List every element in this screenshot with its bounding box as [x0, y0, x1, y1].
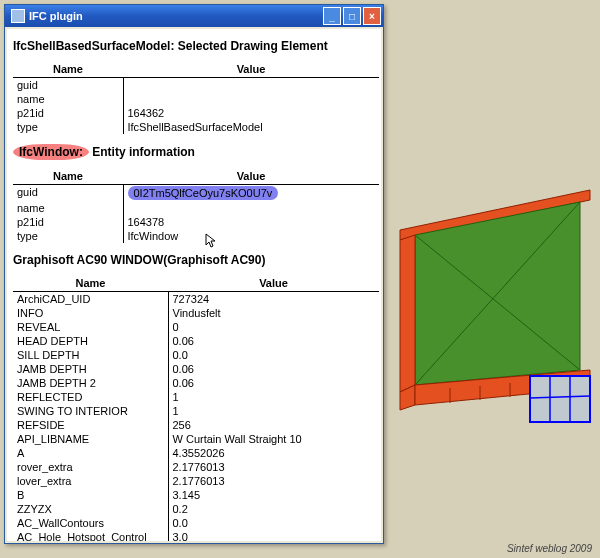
3d-viewport — [380, 130, 600, 450]
cell-value: 164362 — [123, 106, 379, 120]
table-row: rover_extra2.1776013 — [13, 460, 379, 474]
svg-rect-12 — [530, 376, 590, 422]
cell-name: REFLECTED — [13, 390, 168, 404]
cell-name: SILL DEPTH — [13, 348, 168, 362]
section3-heading: Graphisoft AC90 WINDOW(Graphisoft AC90) — [13, 253, 379, 267]
col-header-value: Value — [168, 275, 379, 292]
cell-value: IfcWindow — [123, 229, 379, 243]
cell-value: 3.0 — [168, 530, 379, 541]
cell-name: guid — [13, 185, 123, 202]
minimize-button[interactable]: _ — [323, 7, 341, 25]
cell-name: guid — [13, 78, 123, 93]
cell-value: 1 — [168, 404, 379, 418]
cell-name: HEAD DEPTH — [13, 334, 168, 348]
table-row: REFLECTED1 — [13, 390, 379, 404]
cell-value: 0.0 — [168, 348, 379, 362]
table-row: INFOVindusfelt — [13, 306, 379, 320]
table-row: AC_WallContours0.0 — [13, 516, 379, 530]
cell-name: AC_Hole_Hotspot_Control — [13, 530, 168, 541]
table-row: REVEAL0 — [13, 320, 379, 334]
table-row: guid0I2Tm5QlfCeOyu7sKO0U7v — [13, 185, 379, 202]
cell-value: 0.0 — [168, 516, 379, 530]
cell-name: ZZYZX — [13, 502, 168, 516]
cell-name: B — [13, 488, 168, 502]
ifcwindow-highlight: IfcWindow: — [13, 144, 89, 160]
cell-name: REVEAL — [13, 320, 168, 334]
cell-name: REFSIDE — [13, 418, 168, 432]
table-row: SWING TO INTERIOR1 — [13, 404, 379, 418]
cell-value: 0.06 — [168, 362, 379, 376]
cell-name: ArchiCAD_UID — [13, 292, 168, 307]
cell-value: 0I2Tm5QlfCeOyu7sKO0U7v — [123, 185, 379, 202]
col-header-name: Name — [13, 168, 123, 185]
section1-heading: IfcShellBasedSurfaceModel: Selected Draw… — [13, 39, 379, 53]
section1-table: Name Value guidnamep21id164362typeIfcShe… — [13, 61, 379, 134]
cell-value: 2.1776013 — [168, 474, 379, 488]
table-row: REFSIDE256 — [13, 418, 379, 432]
cell-name: lover_extra — [13, 474, 168, 488]
cell-value: 0.06 — [168, 334, 379, 348]
table-row: name — [13, 92, 379, 106]
cell-value: IfcShellBasedSurfaceModel — [123, 120, 379, 134]
section2-heading: IfcWindow: Entity information — [13, 144, 379, 160]
cell-value — [123, 78, 379, 93]
section2-table: Name Value guid0I2Tm5QlfCeOyu7sKO0U7vnam… — [13, 168, 379, 243]
table-row: B3.145 — [13, 488, 379, 502]
cell-value: 0.2 — [168, 502, 379, 516]
svg-marker-4 — [400, 235, 415, 392]
cell-value: 164378 — [123, 215, 379, 229]
ifc-plugin-window: IFC plugin _ □ × IfcShellBasedSurfaceMod… — [4, 4, 384, 544]
maximize-button[interactable]: □ — [343, 7, 361, 25]
selected-window-highlight — [530, 376, 590, 422]
close-button[interactable]: × — [363, 7, 381, 25]
table-row: lover_extra2.1776013 — [13, 474, 379, 488]
col-header-name: Name — [13, 61, 123, 78]
cell-name: rover_extra — [13, 460, 168, 474]
app-icon — [11, 9, 25, 23]
cell-value: 1 — [168, 390, 379, 404]
table-row: ZZYZX0.2 — [13, 502, 379, 516]
guid-highlight: 0I2Tm5QlfCeOyu7sKO0U7v — [128, 186, 279, 200]
window-title: IFC plugin — [29, 10, 321, 22]
cell-name: A — [13, 446, 168, 460]
table-row: A4.3552026 — [13, 446, 379, 460]
table-row: JAMB DEPTH0.06 — [13, 362, 379, 376]
cell-name: name — [13, 92, 123, 106]
cell-name: API_LIBNAME — [13, 432, 168, 446]
cell-name: AC_WallContours — [13, 516, 168, 530]
cell-name: JAMB DEPTH 2 — [13, 376, 168, 390]
col-header-value: Value — [123, 61, 379, 78]
cell-name: SWING TO INTERIOR — [13, 404, 168, 418]
cell-name: INFO — [13, 306, 168, 320]
cell-name: p21id — [13, 106, 123, 120]
table-row: API_LIBNAMEW Curtain Wall Straight 10 — [13, 432, 379, 446]
cell-name: type — [13, 120, 123, 134]
col-header-value: Value — [123, 168, 379, 185]
table-row: p21id164378 — [13, 215, 379, 229]
cell-name: p21id — [13, 215, 123, 229]
footer-credit: Sintef weblog 2009 — [507, 543, 592, 554]
cell-value: W Curtain Wall Straight 10 — [168, 432, 379, 446]
content-area[interactable]: IfcShellBasedSurfaceModel: Selected Draw… — [7, 29, 381, 541]
cell-value — [123, 201, 379, 215]
cell-value: 0 — [168, 320, 379, 334]
cell-value: 256 — [168, 418, 379, 432]
table-row: name — [13, 201, 379, 215]
cell-value: 727324 — [168, 292, 379, 307]
cell-name: type — [13, 229, 123, 243]
cell-value: 4.3552026 — [168, 446, 379, 460]
cell-name: JAMB DEPTH — [13, 362, 168, 376]
table-row: typeIfcWindow — [13, 229, 379, 243]
table-row: p21id164362 — [13, 106, 379, 120]
table-row: typeIfcShellBasedSurfaceModel — [13, 120, 379, 134]
cell-value: Vindusfelt — [168, 306, 379, 320]
cell-value — [123, 92, 379, 106]
table-row: ArchiCAD_UID727324 — [13, 292, 379, 307]
cell-value: 0.06 — [168, 376, 379, 390]
table-row: HEAD DEPTH0.06 — [13, 334, 379, 348]
table-row: JAMB DEPTH 20.06 — [13, 376, 379, 390]
col-header-name: Name — [13, 275, 168, 292]
titlebar[interactable]: IFC plugin _ □ × — [5, 5, 383, 27]
table-row: SILL DEPTH0.0 — [13, 348, 379, 362]
cell-value: 3.145 — [168, 488, 379, 502]
